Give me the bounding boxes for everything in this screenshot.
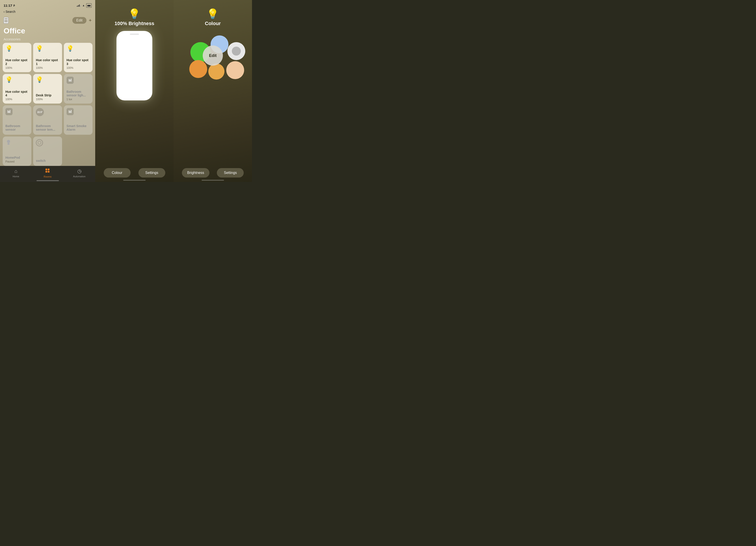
card-status-hue1: 100% <box>36 66 59 69</box>
automation-tab-icon: ◷ <box>77 168 82 174</box>
card-switch[interactable]: switch <box>33 136 62 166</box>
card-name-homepod: HomePod <box>5 156 29 159</box>
location-icon: ⊅ <box>13 4 15 7</box>
svg-rect-0 <box>69 79 69 82</box>
svg-rect-14 <box>48 171 50 172</box>
tab-home[interactable]: ⌂ Home <box>7 168 25 178</box>
card-bathtemp[interactable]: 22.5° Bathroom sensor tem... <box>33 105 62 135</box>
bulb-icon-hue3: 💡 <box>67 45 90 51</box>
sensor-icon-smoke <box>67 108 74 115</box>
nav-bar: ‹ Search <box>0 9 95 15</box>
middle-panel-header: 💡 100% Brightness <box>114 0 154 26</box>
automation-tab-label: Automation <box>73 175 86 178</box>
switch-icon <box>36 139 43 146</box>
bulb-icon-hue4: 💡 <box>5 77 29 82</box>
svg-rect-8 <box>71 110 71 113</box>
svg-rect-3 <box>8 110 8 113</box>
add-button[interactable]: + <box>89 17 92 23</box>
card-hue4[interactable]: 💡 Hue color spot 4 100% <box>3 74 31 103</box>
middle-bulb-icon: 💡 <box>128 9 140 19</box>
colour-button-mid[interactable]: Colour <box>104 168 131 177</box>
card-hue2[interactable]: 💡 Hue color spot 2 100% <box>3 43 31 72</box>
home-tab-icon: ⌂ <box>14 168 17 174</box>
card-name-smoke: Smart Smoke Alarm <box>67 124 90 132</box>
battery-icon <box>86 3 92 8</box>
svg-rect-4 <box>9 111 9 113</box>
phone-notch <box>130 34 139 35</box>
phone-mockup <box>116 31 152 100</box>
toolbar-right: Edit + <box>72 17 92 24</box>
color-circle-orange2[interactable] <box>208 63 224 80</box>
signal-bar-4 <box>80 6 81 7</box>
card-status-homepod: Paused <box>5 160 29 163</box>
svg-rect-7 <box>70 111 70 113</box>
card-bathsensor[interactable]: Bathroom sensor ligh... 1 lux <box>64 74 93 103</box>
home-indicator-mid <box>123 180 146 181</box>
signal-bars <box>77 4 81 7</box>
settings-button-mid[interactable]: Settings <box>138 168 165 177</box>
edit-center-button[interactable]: Edit <box>203 45 223 66</box>
card-smoke[interactable]: Smart Smoke Alarm <box>64 105 93 135</box>
svg-rect-12 <box>48 168 50 170</box>
color-cluster: Edit <box>186 29 240 82</box>
card-desk[interactable]: 💡 Desk Strip 100% <box>33 74 62 103</box>
svg-point-9 <box>7 140 10 143</box>
toolbar: ☰ Edit + <box>0 15 95 26</box>
accessories-label: Accessories <box>0 37 95 43</box>
tab-rooms[interactable]: Rooms <box>39 168 56 178</box>
status-bar: 11:17 ⊅ ▲ <box>0 0 95 9</box>
status-icons: ▲ <box>77 3 92 8</box>
card-name-bathsensor: Bathroom sensor ligh... <box>67 90 90 97</box>
accessories-grid: 💡 Hue color spot 2 100% 💡 Hue color spot… <box>0 43 95 166</box>
right-bulb-icon: 💡 <box>207 9 219 19</box>
right-bottom-buttons: Brightness Settings <box>174 168 252 177</box>
back-search[interactable]: ‹ Search <box>4 10 15 13</box>
signal-bar-1 <box>77 6 78 7</box>
svg-rect-11 <box>45 168 47 170</box>
tab-automation[interactable]: ◷ Automation <box>70 168 88 178</box>
home-tab-label: Home <box>13 175 19 178</box>
search-label[interactable]: Search <box>6 10 15 13</box>
card-status-hue3: 100% <box>67 66 90 69</box>
card-bathsensor2[interactable]: Bathroom sensor <box>3 105 31 135</box>
settings-button-right[interactable]: Settings <box>217 168 244 177</box>
right-panel-header: 💡 Colour <box>205 0 221 26</box>
color-circle-orange1[interactable] <box>189 60 207 78</box>
menu-button[interactable]: ☰ <box>4 17 9 24</box>
card-homepod[interactable]: HomePod Paused <box>3 136 31 166</box>
tab-bar: ⌂ Home Rooms ◷ Automation <box>0 166 95 182</box>
temp-badge: 22.5° <box>36 108 44 116</box>
wifi-icon: ▲ <box>82 4 85 7</box>
edit-button[interactable]: Edit <box>72 17 87 24</box>
rooms-tab-icon <box>45 168 50 174</box>
right-panel: 💡 Colour Edit Brightness Settings <box>174 0 252 182</box>
card-name-hue2: Hue color spot 2 <box>5 58 29 66</box>
back-chevron: ‹ <box>4 10 5 13</box>
card-status-desk: 100% <box>36 98 59 101</box>
svg-rect-5 <box>10 110 10 113</box>
card-name-hue4: Hue color spot 4 <box>5 90 29 97</box>
svg-rect-10 <box>7 143 10 145</box>
home-indicator-left <box>37 180 59 181</box>
card-name-switch: switch <box>36 159 59 163</box>
status-time: 11:17 ⊅ <box>4 4 15 7</box>
card-status-hue4: 100% <box>5 98 29 101</box>
svg-rect-1 <box>70 80 70 82</box>
middle-panel-title: 100% Brightness <box>114 21 154 26</box>
card-hue3[interactable]: 💡 Hue color spot 3 100% <box>64 43 93 72</box>
middle-panel: 💡 100% Brightness Colour Settings <box>95 0 174 182</box>
svg-rect-13 <box>45 171 47 172</box>
color-circle-peach[interactable] <box>226 61 244 79</box>
bulb-icon-hue1: 💡 <box>36 45 59 51</box>
middle-bottom-buttons: Colour Settings <box>95 168 174 177</box>
color-circle-white[interactable] <box>227 42 245 60</box>
brightness-button[interactable]: Brightness <box>182 168 210 177</box>
sensor-icon-bath2 <box>5 108 13 115</box>
signal-bar-3 <box>79 4 80 7</box>
left-panel: 11:17 ⊅ ▲ ‹ Search ☰ Edit + <box>0 0 95 182</box>
card-hue1[interactable]: 💡 Hue color spot 1 100% <box>33 43 62 72</box>
card-name-bathtemp: Bathroom sensor tem... <box>36 124 59 132</box>
card-name-hue3: Hue color spot 3 <box>67 58 90 66</box>
card-status-bathsensor: 1 lux <box>67 98 90 101</box>
signal-bar-2 <box>78 5 79 7</box>
